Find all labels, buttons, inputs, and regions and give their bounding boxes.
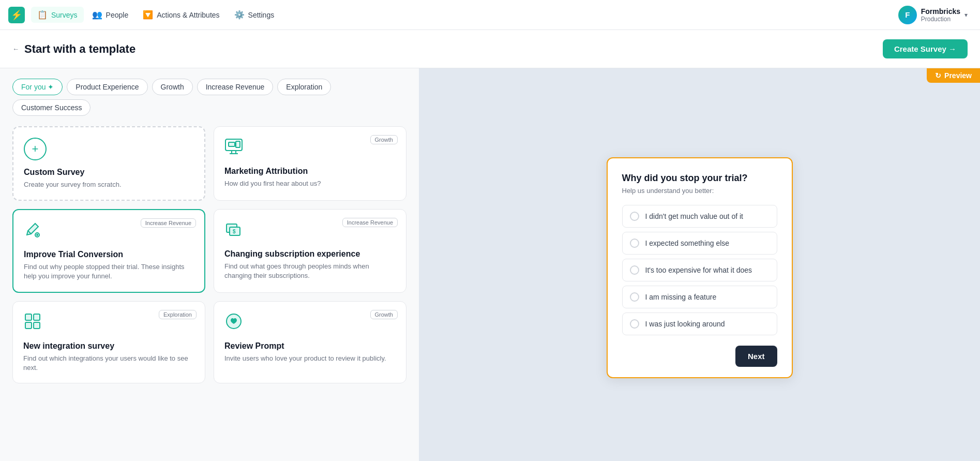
preview-next-button[interactable]: Next (735, 346, 777, 367)
nav-item-settings[interactable]: ⚙️ Settings (228, 7, 281, 23)
nav-item-people[interactable]: 👥 People (86, 7, 135, 23)
card-title: Marketing Attribution (224, 167, 396, 176)
create-survey-button[interactable]: Create Survey → (883, 39, 968, 58)
card-title: Improve Trial Conversion (24, 250, 194, 259)
filter-icon: 🔽 (143, 10, 153, 20)
card-new-integration[interactable]: Exploration New integration survey Find … (12, 301, 205, 383)
people-icon: 👥 (92, 10, 102, 20)
refresh-icon: ↻ (935, 71, 941, 80)
svg-text:$: $ (233, 229, 236, 234)
preview-option-3[interactable]: I am missing a feature (622, 286, 777, 308)
card-grid: + Custom Survey Create your survey from … (12, 126, 406, 383)
page-title: Start with a template (24, 42, 135, 56)
svg-rect-11 (34, 314, 40, 320)
chevron-down-icon: ▾ (964, 11, 968, 19)
back-button[interactable]: ← (12, 45, 19, 53)
filter-increase-revenue[interactable]: Increase Revenue (197, 79, 274, 95)
preview-option-0[interactable]: I didn't get much value out of it (622, 205, 777, 228)
page-header: ← Start with a template Create Survey → (0, 30, 980, 68)
right-panel: ↻ Preview Why did you stop your trial? H… (419, 68, 980, 461)
filter-product-experience[interactable]: Product Experience (67, 79, 147, 95)
card-desc: Find out why people stopped their trial.… (24, 262, 194, 281)
card-desc: Find out what goes through peoples minds… (224, 262, 396, 280)
card-badge: Increase Revenue (141, 218, 196, 228)
main-content: For you ✦ Product Experience Growth Incr… (0, 68, 980, 461)
card-desc: Invite users who love your product to re… (224, 354, 396, 363)
preview-option-2[interactable]: It's too expensive for what it does (622, 259, 777, 281)
card-improve-trial[interactable]: Increase Revenue Improve Trial Conversio… (12, 209, 205, 292)
svg-rect-2 (236, 141, 240, 147)
filter-exploration[interactable]: Exploration (277, 79, 331, 95)
svg-rect-10 (25, 314, 32, 320)
profile-name: Formbricks (921, 7, 960, 16)
plus-icon: + (24, 138, 47, 160)
filter-for-you[interactable]: For you ✦ (12, 79, 63, 95)
radio-circle (630, 265, 639, 275)
radio-circle (630, 292, 639, 302)
card-title: Changing subscription experience (224, 249, 396, 259)
preview-option-1[interactable]: I expected something else (622, 232, 777, 255)
radio-circle (630, 319, 639, 329)
svg-rect-1 (229, 142, 235, 146)
surveys-icon: 📋 (37, 10, 48, 20)
nav-logo: ⚡ (8, 7, 25, 23)
preview-card: Why did you stop your trial? Help us und… (607, 157, 793, 378)
profile-sub: Production (921, 16, 960, 23)
card-title: New integration survey (23, 341, 194, 351)
settings-icon: ⚙️ (234, 10, 245, 20)
card-title: Custom Survey (24, 168, 194, 177)
filter-growth[interactable]: Growth (152, 79, 193, 95)
filter-customer-success[interactable]: Customer Success (12, 99, 91, 116)
left-panel: For you ✦ Product Experience Growth Incr… (0, 68, 419, 461)
preview-badge: ↻ Preview (927, 68, 980, 83)
preview-question: Why did you stop your trial? (622, 173, 777, 184)
avatar: F (898, 6, 917, 24)
preview-subtext: Help us understand you better: (622, 187, 777, 195)
card-review-prompt[interactable]: Growth Review Prompt Invite users who lo… (214, 301, 406, 383)
back-arrow-icon: ← (12, 45, 19, 53)
filter-tabs: For you ✦ Product Experience Growth Incr… (12, 79, 406, 116)
card-desc: How did you first hear about us? (224, 179, 396, 188)
radio-circle (630, 239, 639, 248)
card-title: Review Prompt (224, 341, 396, 351)
card-changing-subscription[interactable]: Increase Revenue $ Changing subscription… (214, 209, 406, 292)
card-marketing-attribution[interactable]: Growth Marketing Attribution How did you… (214, 126, 406, 201)
svg-rect-12 (25, 322, 32, 329)
nav-item-actions[interactable]: 🔽 Actions & Attributes (137, 7, 225, 23)
card-badge: Growth (370, 135, 398, 144)
card-custom-survey[interactable]: + Custom Survey Create your survey from … (12, 126, 205, 201)
card-desc: Find out which integrations your users w… (23, 354, 194, 373)
card-badge: Increase Revenue (342, 218, 398, 227)
svg-rect-13 (34, 322, 40, 329)
card-badge: Growth (370, 310, 398, 319)
card-desc: Create your survey from scratch. (24, 180, 194, 189)
topnav: ⚡ 📋 Surveys 👥 People 🔽 Actions & Attribu… (0, 0, 980, 30)
nav-item-surveys[interactable]: 📋 Surveys (31, 7, 84, 23)
preview-option-4[interactable]: I was just looking around (622, 313, 777, 335)
nav-profile[interactable]: F Formbricks Production ▾ (894, 4, 972, 26)
radio-circle (630, 212, 639, 221)
card-badge: Exploration (159, 310, 197, 319)
